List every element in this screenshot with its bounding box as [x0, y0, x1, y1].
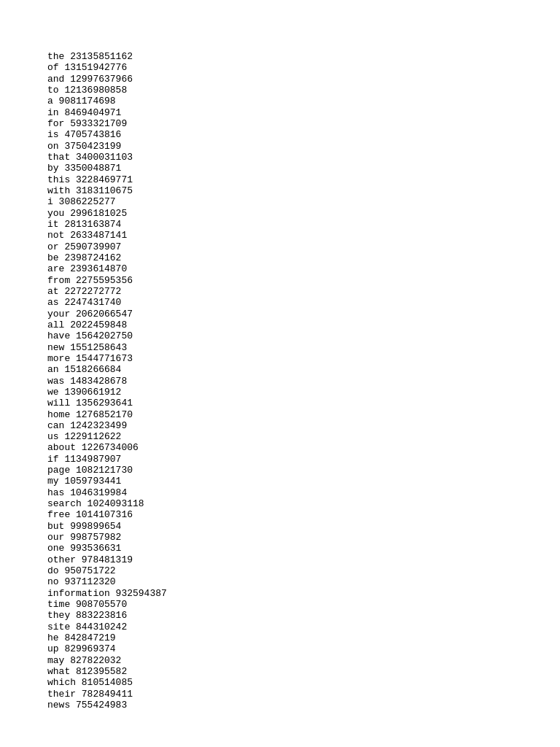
- list-item: our 998757982: [47, 532, 560, 543]
- list-item: other 978481319: [47, 554, 560, 565]
- list-item: are 2393614870: [47, 263, 560, 274]
- list-item: my 1059793441: [47, 476, 560, 487]
- list-item: one 993536631: [47, 543, 560, 554]
- list-item: up 829969374: [47, 643, 560, 654]
- list-item: home 1276852170: [47, 409, 560, 420]
- list-item: site 844310242: [47, 622, 560, 632]
- list-item: time 908705570: [47, 599, 560, 610]
- list-item: but 999899654: [47, 521, 560, 532]
- list-item: was 1483428678: [47, 376, 560, 387]
- list-item: we 1390661912: [47, 387, 560, 398]
- list-item: an 1518266684: [47, 364, 560, 375]
- list-item: not 2633487141: [47, 230, 560, 241]
- list-item: the 23135851162: [47, 51, 560, 62]
- list-item: to 12136980858: [47, 85, 560, 96]
- list-item: your 2062066547: [47, 309, 560, 320]
- list-item: free 1014107316: [47, 509, 560, 520]
- list-item: of 13151942776: [47, 62, 560, 73]
- list-item: and 12997637966: [47, 74, 560, 85]
- list-item: that 3400031103: [47, 152, 560, 163]
- list-item: for 5933321709: [47, 118, 560, 129]
- list-item: by 3350048871: [47, 163, 560, 174]
- list-item: is 4705743816: [47, 129, 560, 140]
- list-item: search 1024093118: [47, 498, 560, 509]
- list-item: will 1356293641: [47, 398, 560, 409]
- list-item: you 2996181025: [47, 208, 560, 219]
- list-item: do 950751722: [47, 565, 560, 576]
- list-item: from 2275595356: [47, 275, 560, 286]
- list-item: this 3228469771: [47, 174, 560, 185]
- list-item: their 782849411: [47, 689, 560, 700]
- list-item: at 2272272772: [47, 286, 560, 297]
- list-item: it 2813163874: [47, 219, 560, 230]
- list-item: all 2022459848: [47, 320, 560, 330]
- list-item: have 1564202750: [47, 330, 560, 341]
- list-item: if 1134987907: [47, 454, 560, 465]
- list-item: on 3750423199: [47, 141, 560, 152]
- list-item: be 2398724162: [47, 252, 560, 263]
- list-item: us 1229112622: [47, 431, 560, 442]
- list-item: page 1082121730: [47, 465, 560, 476]
- list-item: no 937112320: [47, 576, 560, 587]
- list-item: in 8469404971: [47, 107, 560, 118]
- list-item: as 2247431740: [47, 297, 560, 308]
- list-item: more 1544771673: [47, 353, 560, 364]
- list-item: they 883223816: [47, 610, 560, 621]
- list-item: news 755424983: [47, 700, 560, 711]
- list-item: has 1046319984: [47, 487, 560, 498]
- list-item: what 812395582: [47, 666, 560, 677]
- list-item: which 810514085: [47, 677, 560, 688]
- list-item: new 1551258643: [47, 342, 560, 353]
- list-item: may 827822032: [47, 655, 560, 666]
- word-count-list: the 23135851162of 13151942776and 1299763…: [0, 0, 560, 740]
- list-item: he 842847219: [47, 632, 560, 643]
- list-item: information 932594387: [47, 588, 560, 599]
- list-item: can 1242323499: [47, 420, 560, 431]
- list-item: i 3086225277: [47, 196, 560, 207]
- list-item: with 3183110675: [47, 185, 560, 196]
- list-item: a 9081174698: [47, 96, 560, 107]
- list-item: about 1226734006: [47, 442, 560, 453]
- list-item: or 2590739907: [47, 241, 560, 252]
